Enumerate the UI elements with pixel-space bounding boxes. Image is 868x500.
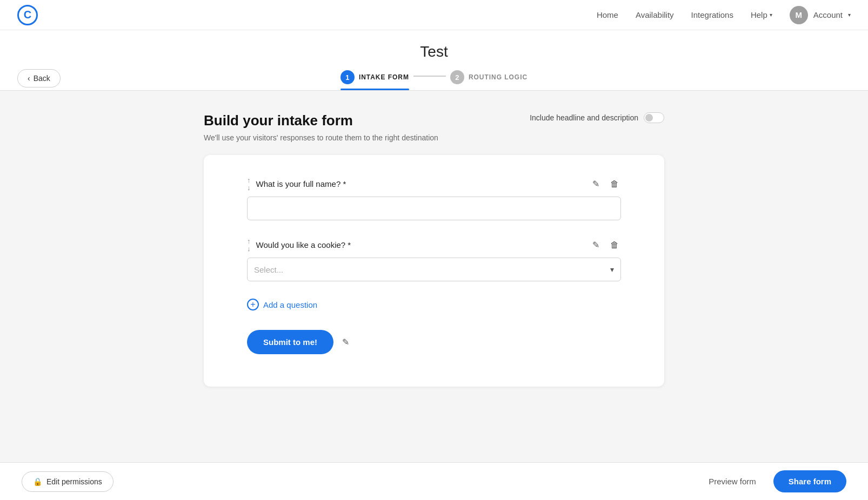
nav-help[interactable]: Help ▾: [751, 10, 772, 19]
question-block-2: ↑ ↓ Would you like a cookie? * ✎ 🗑 Selec…: [247, 238, 621, 281]
required-star-2: *: [345, 240, 351, 249]
step-2[interactable]: 2 ROUTING LOGIC: [450, 70, 528, 90]
include-headline-label: Include headline and description: [530, 113, 638, 122]
edit-question-1-button[interactable]: ✎: [590, 178, 602, 190]
page-title: Test: [420, 43, 448, 60]
question-1-input[interactable]: [247, 197, 621, 220]
account-label[interactable]: Account: [813, 10, 843, 19]
step-2-label: ROUTING LOGIC: [469, 73, 528, 81]
section-title: Build your intake form: [204, 112, 438, 129]
section-header: Build your intake form We'll use your vi…: [204, 112, 664, 142]
delete-question-2-button[interactable]: 🗑: [608, 239, 621, 251]
question-1-actions: ✎ 🗑: [590, 178, 621, 190]
logo: C: [17, 5, 38, 25]
stepper: 1 INTAKE FORM 2 ROUTING LOGIC: [340, 70, 528, 90]
chevron-down-icon: ▾: [610, 265, 614, 274]
add-circle-icon: +: [247, 299, 259, 310]
account-section: M Account ▾: [790, 6, 851, 24]
step-1-underline: [340, 89, 409, 90]
help-dropdown-arrow: ▾: [770, 12, 772, 18]
section-subtitle: We'll use your visitors' responses to ro…: [204, 133, 438, 142]
content-area: Build your intake form We'll use your vi…: [191, 112, 677, 387]
nav-availability[interactable]: Availability: [636, 10, 674, 19]
avatar: M: [790, 6, 808, 24]
step-1-bubble: 1: [340, 70, 355, 84]
form-card: ↑ ↓ What is your full name? * ✎ 🗑: [204, 155, 664, 387]
submit-row: Submit to me! ✎: [247, 330, 621, 354]
include-headline-toggle[interactable]: Include headline and description: [530, 112, 664, 123]
page-header: ‹ Back Test 1 INTAKE FORM: [0, 30, 868, 91]
page-header-wrapper: ‹ Back Test 1 INTAKE FORM: [0, 30, 868, 91]
logo-icon: C: [17, 5, 38, 25]
nav-links: Home Availability Integrations Help ▾ M …: [597, 6, 851, 24]
question-2-actions: ✎ 🗑: [590, 239, 621, 251]
nav-integrations[interactable]: Integrations: [691, 10, 733, 19]
back-chevron-icon: ‹: [28, 74, 30, 83]
back-button[interactable]: ‹ Back: [17, 69, 61, 87]
question-2-header: ↑ ↓ Would you like a cookie? * ✎ 🗑: [247, 238, 621, 252]
section-intro: Build your intake form We'll use your vi…: [204, 112, 438, 142]
account-dropdown-arrow: ▾: [848, 12, 851, 18]
question-1-header: ↑ ↓ What is your full name? * ✎ 🗑: [247, 177, 621, 191]
step-2-bubble: 2: [450, 70, 464, 84]
nav-home[interactable]: Home: [597, 10, 618, 19]
drag-handle-2[interactable]: ↑ ↓: [247, 238, 251, 252]
question-2-label: Would you like a cookie? *: [256, 240, 351, 249]
question-2-left: ↑ ↓ Would you like a cookie? *: [247, 238, 351, 252]
navbar: C Home Availability Integrations Help ▾ …: [0, 0, 868, 30]
step-connector: [413, 76, 446, 77]
question-2-select[interactable]: Select... ▾: [247, 258, 621, 281]
select-placeholder: Select...: [254, 265, 283, 274]
toggle-knob: [645, 114, 653, 121]
question-1-left: ↑ ↓ What is your full name? *: [247, 177, 346, 191]
edit-submit-button[interactable]: ✎: [342, 337, 349, 347]
submit-button[interactable]: Submit to me!: [247, 330, 333, 354]
headline-toggle-switch[interactable]: [644, 112, 664, 123]
step-1[interactable]: 1 INTAKE FORM: [340, 70, 409, 90]
question-1-label: What is your full name? *: [256, 179, 346, 188]
delete-question-1-button[interactable]: 🗑: [608, 178, 621, 190]
drag-handle-1[interactable]: ↑ ↓: [247, 177, 251, 191]
question-block-1: ↑ ↓ What is your full name? * ✎ 🗑: [247, 177, 621, 220]
step-1-label: INTAKE FORM: [359, 73, 409, 81]
add-question-button[interactable]: + Add a question: [247, 299, 317, 310]
edit-question-2-button[interactable]: ✎: [590, 239, 602, 251]
required-star-1: *: [340, 179, 346, 188]
